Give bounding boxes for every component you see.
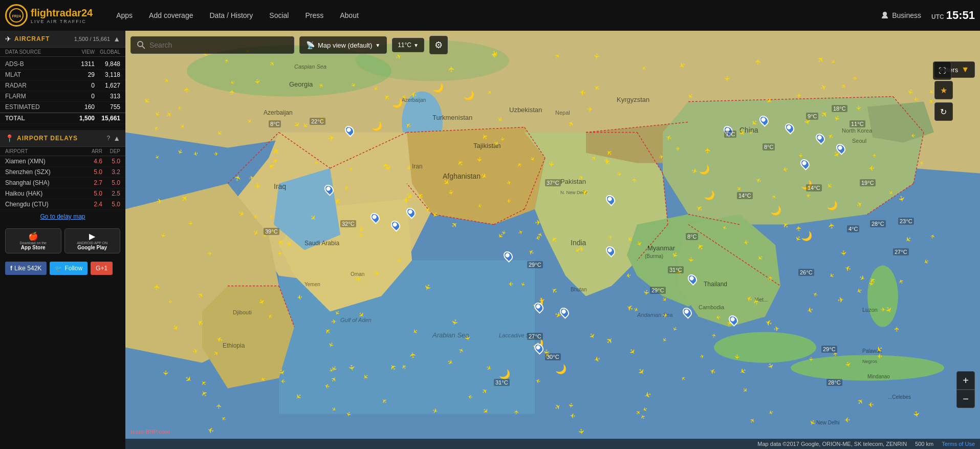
aircraft-collapse-btn[interactable]: ▲ (113, 35, 120, 43)
business-button[interactable]: Business (881, 11, 921, 19)
svg-text:N. New Delhi: N. New Delhi (560, 190, 587, 195)
data-view-val: 1,500 (74, 115, 95, 122)
airport-delay-row[interactable]: Chengdu (CTU) 2.4 5.0 (0, 199, 125, 210)
airport-dep: 5.0 (102, 201, 120, 208)
airport-delays-title: AIRPORT DELAYS (17, 135, 103, 142)
terms-of-use-link[interactable]: Terms of Use (942, 441, 975, 447)
android-store-name: Google Play (77, 245, 107, 250)
temp-value: 11°C (398, 41, 411, 49)
svg-text:Turkmenistan: Turkmenistan (432, 114, 472, 121)
airport-name: Shanghai (SHA) (5, 179, 84, 186)
nav-right: Business UTC15:51 (881, 9, 975, 22)
airport-dep: 5.0 (102, 158, 120, 165)
data-source-label: ADS-B (5, 60, 74, 68)
zoom-out-button[interactable]: − (956, 390, 975, 408)
aircraft-data-row: FLARM 0 313 (0, 91, 125, 102)
aircraft-count: 1,500 / 15,661 (74, 36, 110, 42)
apple-store-sub: Download on the (19, 241, 47, 245)
android-icon: ▶ (89, 231, 95, 241)
map-area[interactable]: Georgia Azerbaijan Caspian Sea Turkmenis… (125, 31, 980, 449)
logo-icon: FR24 (5, 4, 28, 27)
settings-button[interactable]: ⚙ (429, 36, 448, 54)
map-view-selector[interactable]: 📡 Map view (default) ▼ (299, 36, 387, 54)
svg-text:New Delhi: New Delhi (816, 420, 840, 425)
fullscreen-button[interactable]: ⛶ (933, 61, 951, 80)
logo-text-area: flightradar24 LIVE AIR TRAFFIC (31, 7, 93, 24)
airport-arr: 2.7 (84, 179, 102, 186)
svg-text:Gulf of Aden: Gulf of Aden (340, 317, 372, 323)
aircraft-data-row: TOTAL 1,500 15,661 (0, 113, 125, 124)
facebook-like-button[interactable]: f Like 542K (5, 262, 47, 275)
android-store-sub: ANDROID APP ON (77, 241, 107, 245)
svg-text:Mindanao: Mindanao (867, 374, 890, 379)
refresh-button[interactable]: ↻ (934, 102, 953, 121)
google-play-button[interactable]: ▶ ANDROID APP ON Google Play (64, 228, 121, 253)
apple-store-name: App Store (21, 245, 46, 250)
svg-point-17 (714, 332, 816, 363)
aircraft-data-row: MLAT 29 3,118 (0, 70, 125, 80)
main-layout: ✈ AIRCRAFT 1,500 / 15,661 ▲ DATA SOURCE … (0, 31, 980, 449)
col-dep-label: DEP (102, 148, 120, 154)
airport-arr: 5.0 (84, 190, 102, 197)
aircraft-data-row: ADS-B 1311 9,848 (0, 59, 125, 70)
utc-clock: UTC15:51 (931, 9, 975, 22)
col-view-label: VIEW (74, 49, 95, 55)
nav-add-coverage[interactable]: Add coverage (149, 11, 193, 19)
nav-press[interactable]: Press (305, 11, 323, 19)
nav-apps[interactable]: Apps (116, 11, 133, 19)
svg-text:(Burma): (Burma) (645, 253, 663, 259)
aircraft-icon: ✈ (5, 35, 11, 43)
airport-icon: 📍 (5, 134, 14, 142)
airport-delay-row[interactable]: Shenzhen (SZX) 5.0 3.2 (0, 167, 125, 178)
temperature-badge[interactable]: 11°C ▼ (392, 38, 424, 52)
svg-text:Oman: Oman (351, 271, 364, 277)
search-box[interactable] (130, 36, 294, 54)
aircraft-data-row: RADAR 0 1,627 (0, 80, 125, 91)
map-top-bar: 📡 Map view (default) ▼ 11°C ▼ ⚙ (130, 36, 975, 54)
data-source-label: FLARM (5, 93, 74, 100)
svg-text:Azerbaijan: Azerbaijan (402, 97, 426, 103)
apple-store-button[interactable]: 🍎 Download on the App Store (5, 228, 61, 253)
svg-text:Cambodia: Cambodia (699, 304, 725, 310)
data-view-val: 160 (74, 103, 95, 111)
airport-delay-row[interactable]: Shanghai (SHA) 2.7 5.0 (0, 178, 125, 188)
logo-title: flightradar24 (31, 7, 93, 19)
data-global-val: 9,848 (95, 60, 120, 68)
aircraft-col-headers: DATA SOURCE VIEW GLOBAL (0, 48, 125, 57)
nav-data-history[interactable]: Data / History (209, 11, 253, 19)
svg-text:Saudi Arabia: Saudi Arabia (304, 240, 339, 247)
airport-delay-row[interactable]: Haikou (HAK) 5.0 2.5 (0, 188, 125, 199)
nav-social[interactable]: Social (269, 11, 289, 19)
airport-arr: 2.4 (84, 201, 102, 208)
airport-delays-table: Xiamen (XMN) 4.6 5.0 Shenzhen (SZX) 5.0 … (0, 156, 125, 210)
zoom-in-button[interactable]: + (956, 371, 975, 390)
search-input[interactable] (149, 41, 288, 49)
svg-text:Laccadive Sea: Laccadive Sea (499, 332, 536, 338)
airport-dep: 3.2 (102, 168, 120, 176)
svg-text:Kyrgyzstan: Kyrgyzstan (617, 96, 649, 103)
svg-point-86 (138, 41, 143, 47)
data-source-label: TOTAL (5, 115, 74, 122)
data-view-val: 0 (74, 93, 95, 100)
airport-delays-collapse-btn[interactable]: ▲ (113, 134, 120, 142)
google-plus-button[interactable]: G+1 (91, 262, 113, 275)
twitter-follow-button[interactable]: 🐦 Follow (50, 262, 88, 275)
data-global-val: 1,627 (95, 82, 120, 89)
clock-time: 15:51 (946, 9, 975, 22)
svg-text:Uzbekistan: Uzbekistan (509, 106, 542, 114)
utc-label: UTC (931, 13, 944, 20)
nav-about[interactable]: About (340, 11, 359, 19)
search-icon (137, 41, 145, 49)
svg-text:Tajikistan: Tajikistan (473, 142, 500, 149)
twitter-icon: 🐦 (55, 265, 62, 272)
logo-area[interactable]: FR24 flightradar24 LIVE AIR TRAFFIC (5, 4, 93, 27)
chevron-down-icon: ▼ (375, 42, 380, 48)
airport-delay-row[interactable]: Xiamen (XMN) 4.6 5.0 (0, 156, 125, 167)
data-view-val: 0 (74, 82, 95, 89)
svg-text:North Korea: North Korea (842, 127, 873, 134)
svg-text:Andaman Sea: Andaman Sea (637, 312, 673, 318)
airport-name: Haikou (HAK) (5, 190, 84, 197)
star-button[interactable]: ★ (934, 81, 953, 99)
go-to-delay-map-link[interactable]: Go to delay map (0, 210, 125, 223)
logo-subtitle: LIVE AIR TRAFFIC (31, 19, 93, 24)
